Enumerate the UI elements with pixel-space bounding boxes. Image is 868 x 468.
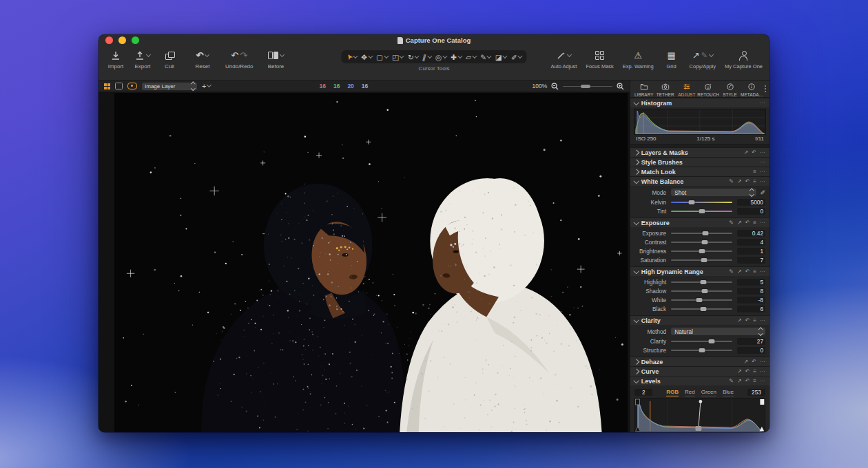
exposure-value[interactable]: 0.42 — [737, 230, 765, 237]
shadow-slider[interactable] — [671, 288, 732, 295]
highlight-value[interactable]: 5 — [737, 279, 765, 286]
saturation-value[interactable]: 7 — [737, 257, 765, 264]
clarity-method-select[interactable]: Natural — [671, 328, 765, 335]
browser-grid-icon[interactable] — [104, 83, 110, 89]
more-tools-icon[interactable] — [763, 83, 768, 92]
tab-metadata[interactable]: METADA... — [741, 83, 763, 97]
panel-header-histogram[interactable]: Histogram ··· — [630, 98, 769, 107]
levels-black-point-handle[interactable] — [636, 399, 640, 405]
reset-adjustments-icon[interactable]: ↶ — [752, 150, 756, 156]
panel-header-layers-masks[interactable]: Layers & Masks ↗ ↶ ··· — [630, 147, 769, 157]
reset-adjustments-icon[interactable]: ↶ — [745, 369, 750, 374]
contrast-slider[interactable] — [671, 239, 732, 246]
exposure-warning-button[interactable]: ⚠ Exp. Warning — [623, 49, 654, 70]
panel-menu-icon[interactable]: ··· — [760, 269, 765, 275]
auto-adjust-button[interactable]: Auto Adjust — [550, 49, 577, 70]
levels-input-highlight[interactable]: 253 — [747, 389, 765, 396]
local-adjust-icon[interactable]: ✎ — [729, 269, 734, 275]
levels-gamma-handle[interactable] — [696, 426, 702, 431]
wb-picker-icon[interactable]: ✐ — [760, 189, 765, 196]
panel-header-levels[interactable]: Levels ✎ ↗ ↶ ≡ ··· — [630, 376, 769, 385]
highlight-slider[interactable] — [671, 279, 732, 286]
panel-menu-icon[interactable]: ··· — [760, 160, 765, 165]
tab-library[interactable]: LIBRARY — [633, 83, 654, 97]
tint-slider[interactable] — [671, 208, 732, 215]
brightness-slider[interactable] — [671, 248, 732, 255]
zoom-slider[interactable] — [563, 83, 612, 89]
zoom-level[interactable]: 100% — [532, 83, 547, 89]
cull-button[interactable]: Cull — [161, 49, 178, 70]
saturation-slider[interactable] — [671, 257, 732, 264]
channel-green[interactable]: Green — [701, 389, 716, 396]
redo-icon[interactable]: ↷ — [240, 51, 247, 60]
reset-adjustments-icon[interactable]: ↶ — [745, 179, 750, 184]
spot-removal-tool[interactable]: ◎ — [435, 54, 446, 61]
copy-apply-button[interactable]: ↗✎ Copy/Apply — [690, 49, 716, 70]
copy-adjustments-icon[interactable]: ↗ — [737, 220, 742, 226]
straighten-tool[interactable]: ∥ — [423, 54, 431, 61]
reset-adjustments-icon[interactable]: ↶ — [752, 359, 756, 365]
copy-adjustments-icon[interactable]: ↗ — [737, 379, 742, 384]
presets-menu-icon[interactable]: ≡ — [753, 369, 756, 374]
panel-menu-icon[interactable]: ··· — [760, 169, 765, 175]
presets-menu-icon[interactable]: ≡ — [753, 318, 756, 323]
select-tool[interactable]: ➤ — [346, 54, 357, 61]
panel-header-style-brushes[interactable]: Style Brushes ··· — [630, 157, 769, 167]
undo-redo-buttons[interactable]: ↶↷ Undo/Redo — [225, 49, 253, 70]
panel-menu-icon[interactable]: ··· — [760, 150, 765, 156]
panel-menu-icon[interactable]: ··· — [760, 359, 765, 365]
copy-adjustments-icon[interactable]: ↗ — [737, 369, 742, 374]
levels-histogram[interactable] — [634, 398, 765, 432]
channel-red[interactable]: Red — [685, 389, 695, 396]
reset-button[interactable]: ↶ Reset — [194, 49, 211, 70]
clarity-value[interactable]: 27 — [737, 338, 765, 345]
rotate-tool[interactable]: ↻ — [408, 54, 419, 61]
layer-select[interactable]: Image Layer — [142, 83, 197, 90]
clone-tool[interactable]: ▱ — [466, 54, 476, 61]
copy-adjustments-icon[interactable]: ↗ — [744, 359, 749, 365]
exposure-slider[interactable] — [671, 230, 732, 237]
pan-tool[interactable]: ✥ — [361, 54, 372, 61]
titlebar[interactable]: Capture One Catalog — [99, 34, 769, 46]
panel-header-clarity[interactable]: Clarity ↗ ↶ ≡ ··· — [630, 315, 769, 325]
panel-menu-icon[interactable]: ··· — [760, 369, 765, 374]
wb-mode-select[interactable]: Shot — [671, 189, 756, 196]
contrast-value[interactable]: 4 — [737, 239, 765, 246]
presets-menu-icon[interactable]: ≡ — [753, 379, 756, 384]
export-button[interactable]: Export — [134, 49, 152, 70]
image-viewer[interactable] — [99, 92, 630, 432]
structure-value[interactable]: 0 — [737, 347, 765, 354]
panel-header-hdr[interactable]: High Dynamic Range ✎ ↗ ↶ ≡ ··· — [630, 266, 769, 276]
kelvin-slider[interactable] — [671, 199, 732, 206]
reset-adjustments-icon[interactable]: ↶ — [745, 269, 750, 275]
panel-menu-icon[interactable]: ··· — [760, 318, 765, 323]
reset-adjustments-icon[interactable]: ↶ — [745, 220, 750, 226]
black-value[interactable]: 6 — [737, 306, 765, 312]
channel-blue[interactable]: Blue — [723, 389, 734, 396]
shadow-value[interactable]: 8 — [737, 288, 765, 295]
undo-icon[interactable]: ↶ — [231, 51, 238, 60]
panel-menu-icon[interactable]: ··· — [760, 179, 765, 184]
tint-value[interactable]: 0 — [737, 208, 765, 215]
orientation-tool[interactable]: ▢ — [376, 54, 388, 61]
copy-adjustments-icon[interactable]: ↗ — [737, 269, 742, 275]
presets-menu-icon[interactable]: ≡ — [753, 179, 756, 184]
black-slider[interactable] — [671, 306, 732, 312]
erase-mask-tool[interactable]: ◪ — [495, 54, 507, 61]
panel-header-exposure[interactable]: Exposure ✎ ↗ ↶ ≡ ··· — [630, 217, 769, 227]
before-button[interactable]: Before — [267, 49, 285, 70]
zoom-out-icon[interactable] — [551, 83, 559, 90]
heal-tool[interactable]: ✚ — [451, 54, 462, 61]
tab-retouch[interactable]: RETOUCH — [697, 83, 719, 97]
structure-slider[interactable] — [671, 347, 732, 354]
panel-menu-icon[interactable]: ··· — [760, 220, 765, 226]
zoom-in-icon[interactable] — [617, 83, 624, 90]
panel-menu-icon[interactable]: ··· — [760, 100, 765, 106]
copy-adjustments-icon[interactable]: ↗ — [737, 318, 742, 323]
copy-adjustments-icon[interactable]: ↗ — [737, 179, 742, 184]
panel-header-curve[interactable]: Curve ↗ ↶ ≡ ··· — [630, 366, 769, 376]
kelvin-value[interactable]: 5000 — [737, 199, 765, 206]
my-capture-one-button[interactable]: My Capture One — [725, 49, 763, 70]
draw-mask-tool[interactable]: ✎ — [480, 54, 491, 61]
reset-adjustments-icon[interactable]: ↶ — [745, 379, 750, 384]
